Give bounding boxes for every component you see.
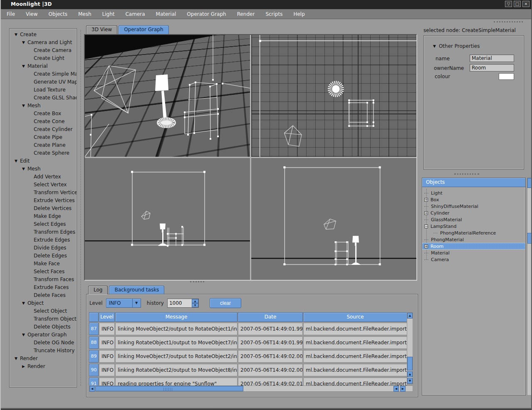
menu-view[interactable]: View [26, 11, 37, 17]
tool-tree-item-transform-object[interactable]: Transform Object [10, 315, 77, 323]
objects-item-room[interactable]: +Room [422, 243, 525, 249]
log-header-date[interactable]: Date [238, 312, 303, 322]
objects-item-glassmaterial[interactable]: GlassMaterial [422, 216, 525, 223]
tool-tree-item-object[interactable]: ▼Object [10, 299, 77, 307]
collapse-triangle-icon[interactable]: ▼ [22, 39, 25, 47]
scroll-up-icon-2[interactable]: ▲ [407, 371, 413, 377]
sidebar-splitter[interactable] [80, 30, 81, 386]
tool-tree-item-delete-og-node[interactable]: Delete OG Node [10, 339, 77, 347]
history-input[interactable] [168, 299, 192, 307]
log-table-vscrollbar[interactable]: ▲ ▲ ▼ [407, 312, 413, 384]
objects-item-shinydiffusematerial[interactable]: ShinyDiffuseMaterial [422, 203, 525, 210]
collapse-triangle-icon[interactable]: ▼ [22, 102, 25, 110]
collapse-minus-icon[interactable]: − [424, 225, 428, 228]
log-header-num[interactable] [89, 312, 99, 322]
right-panel-scrollbar[interactable] [527, 178, 532, 395]
other-properties-header[interactable]: ▼ Other Properties [433, 43, 480, 49]
name-field[interactable] [470, 54, 514, 62]
objects-item-box[interactable]: +Box [422, 196, 525, 203]
tool-tree-item-extrude-faces[interactable]: Extrude Faces [10, 284, 77, 291]
menu-file[interactable]: File [7, 11, 15, 17]
tool-tree-item-load-texture[interactable]: Load Texture [10, 86, 77, 94]
spinner-up-icon[interactable]: ▲ [192, 299, 198, 303]
scroll-left-icon[interactable]: ◀ [89, 386, 95, 392]
minimize-icon[interactable]: ▽ [505, 1, 512, 7]
tool-tree-item-transform-faces[interactable]: Transform Faces [10, 276, 77, 284]
log-row[interactable]: 90INFOlinking RotateObject2/output to Mo… [89, 364, 407, 376]
tab-3d-view[interactable]: 3D View [86, 25, 117, 34]
maximize-icon[interactable]: □ [514, 1, 521, 7]
ownername-field[interactable] [470, 64, 514, 72]
viewport-top[interactable] [251, 35, 416, 157]
collapse-triangle-icon[interactable]: ▼ [15, 157, 17, 165]
tool-tree-item-create[interactable]: ▼Create [10, 31, 77, 39]
log-row[interactable]: 88INFOlinking RotateObject1/output to Mo… [89, 336, 407, 349]
collapse-triangle-icon[interactable]: ▼ [433, 44, 436, 48]
tool-tree-item-select-object[interactable]: Select Object [10, 307, 77, 315]
viewport-front[interactable] [85, 158, 250, 280]
menu-scripts[interactable]: Scripts [265, 11, 282, 17]
tool-tree-item-create-plane[interactable]: Create Plane [10, 141, 77, 149]
right-scroll-thumb[interactable] [527, 233, 532, 244]
scroll-down-icon[interactable]: ▼ [407, 378, 413, 384]
collapse-triangle-icon[interactable]: ▼ [22, 331, 25, 339]
tab-log[interactable]: Log [88, 286, 108, 294]
objects-item-light[interactable]: Light [422, 190, 525, 196]
expand-triangle-icon[interactable]: ▶ [22, 363, 25, 370]
tool-tree-item-delete-objects[interactable]: Delete Objects [10, 323, 77, 331]
objects-item-lampstand[interactable]: −LampStand [422, 223, 525, 230]
menu-help[interactable]: Help [293, 11, 304, 17]
tool-tree-item-create-camera[interactable]: Create Camera [10, 47, 77, 54]
viewport-perspective[interactable] [85, 35, 250, 157]
scroll-left-icon-2[interactable]: ◀ [393, 386, 399, 392]
collapse-triangle-icon[interactable]: ▼ [22, 62, 25, 70]
spinner-down-icon[interactable]: ▼ [192, 303, 198, 307]
menu-operator-graph[interactable]: Operator Graph [187, 11, 226, 17]
properties-objects-splitter[interactable] [454, 173, 479, 175]
log-header-level[interactable]: Level [99, 312, 115, 322]
collapse-triangle-icon[interactable]: ▼ [22, 299, 25, 307]
collapse-triangle-icon[interactable]: ▼ [15, 31, 17, 39]
tool-tree-item-create-cone[interactable]: Create Cone [10, 118, 77, 126]
right-top-splitter[interactable] [494, 21, 523, 22]
tool-tree-item-create-box[interactable]: Create Box [10, 110, 77, 118]
tool-tree-item-delete-edges[interactable]: Delete Edges [10, 252, 77, 260]
tool-tree-item-truncate-history[interactable]: Truncate History [10, 347, 77, 355]
tool-tree-item-extrude-edges[interactable]: Extrude Edges [10, 236, 77, 244]
expand-plus-icon[interactable]: + [424, 211, 428, 215]
log-header-source[interactable]: Source [303, 312, 407, 322]
log-level-select[interactable]: INFO ▼ [106, 299, 141, 308]
objects-item-camera[interactable]: Camera [422, 256, 525, 263]
tool-tree-item-create-glsl-shader[interactable]: Create GLSL Shader [10, 94, 77, 102]
tool-tree-item-create-pipe[interactable]: Create Pipe [10, 133, 77, 141]
tool-tree-item-material[interactable]: ▼Material [10, 62, 77, 70]
tool-tree-item-divide-edges[interactable]: Divide Edges [10, 244, 77, 252]
tool-tree-item-render[interactable]: ▶Render [10, 363, 77, 370]
dropdown-arrow-icon[interactable]: ▼ [132, 299, 141, 307]
tool-tree-item-select-edges[interactable]: Select Edges [10, 220, 77, 228]
expand-plus-icon[interactable]: + [424, 245, 428, 248]
hscroll-thumb[interactable] [95, 386, 243, 391]
tool-tree-item-select-vertex[interactable]: Select Vertex [10, 181, 77, 189]
collapse-triangle-icon[interactable]: ▼ [15, 355, 17, 363]
log-table-hscrollbar[interactable]: ◀ ◀ ▶ [89, 385, 413, 392]
log-header-message[interactable]: Message [115, 312, 238, 322]
title-bar[interactable]: Moonlight |3D ▽□✕ [1, 0, 531, 9]
objects-item-phongmaterial[interactable]: PhongMaterial [422, 236, 525, 243]
tool-tree-item-make-edge[interactable]: Make Edge [10, 212, 77, 220]
tool-tree-item-mesh[interactable]: ▼Mesh [10, 165, 77, 173]
tab-background-tasks[interactable]: Background tasks [109, 286, 164, 294]
collapse-triangle-icon[interactable]: ▼ [22, 165, 25, 173]
log-row[interactable]: 89INFOlinking MoveObject7/output to Rota… [89, 350, 407, 363]
tool-tree-item-make-face[interactable]: Make Face [10, 260, 77, 268]
objects-item-cylinder[interactable]: +Cylinder [422, 210, 525, 216]
menu-objects[interactable]: Objects [49, 11, 67, 17]
tab-operator-graph[interactable]: Operator Graph [119, 25, 168, 34]
viewport-log-splitter[interactable] [190, 281, 204, 282]
objects-item-phongmaterialreference[interactable]: PhongMaterialReference [422, 230, 525, 236]
menu-mesh[interactable]: Mesh [78, 11, 92, 17]
vscroll-thumb[interactable] [407, 357, 413, 370]
close-icon[interactable]: ✕ [522, 1, 530, 7]
tool-tree-item-operator-graph[interactable]: ▼Operator Graph [10, 331, 77, 339]
tool-tree-item-mesh[interactable]: ▼Mesh [10, 102, 77, 110]
